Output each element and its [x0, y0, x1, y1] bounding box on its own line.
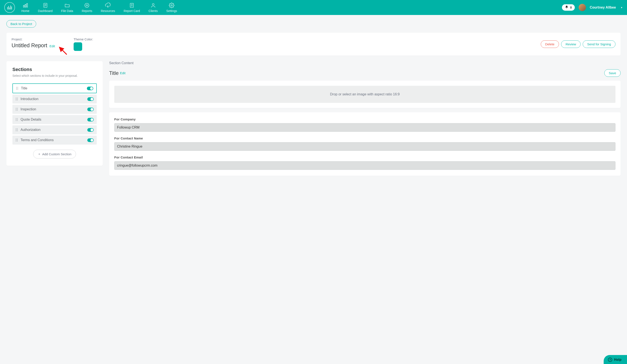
section-toggle[interactable]: [87, 128, 94, 132]
user-name[interactable]: Courtney Allbee: [590, 5, 616, 9]
svg-point-27: [18, 89, 18, 90]
svg-point-43: [17, 119, 18, 120]
svg-point-30: [16, 99, 16, 99]
section-row-label: Introduction: [21, 97, 87, 101]
section-content-column: Section Content Title Edit Save Drop or …: [109, 61, 621, 180]
theme-color-swatch[interactable]: [74, 42, 82, 51]
contact-email-input[interactable]: [114, 161, 616, 170]
edit-section-title-link[interactable]: Edit: [120, 71, 125, 75]
svg-point-55: [17, 140, 18, 140]
svg-point-54: [16, 140, 16, 140]
send-for-signing-button[interactable]: Send for Signing: [583, 41, 616, 48]
gear-icon: [169, 2, 175, 8]
svg-point-36: [16, 109, 16, 110]
svg-point-13: [86, 5, 88, 6]
add-custom-section-button[interactable]: ＋ Add Custom Section: [33, 150, 76, 158]
project-title: Untitled Report: [11, 42, 47, 48]
drag-handle-icon[interactable]: [16, 87, 18, 90]
svg-point-42: [16, 119, 16, 120]
section-row-terms-and-conditions[interactable]: Terms and Conditions: [12, 136, 97, 144]
avatar[interactable]: [579, 4, 586, 11]
nav-clients[interactable]: Clients: [149, 2, 158, 13]
section-row-inspection[interactable]: Inspection: [12, 105, 97, 114]
sections-subheading: Select which sections to include in your…: [12, 74, 97, 77]
svg-point-24: [16, 88, 17, 89]
section-toggle[interactable]: [87, 118, 94, 122]
drag-handle-icon[interactable]: [15, 138, 18, 142]
section-toggle[interactable]: [87, 97, 94, 101]
drag-handle-icon[interactable]: [15, 97, 18, 101]
section-toggle[interactable]: [87, 87, 93, 90]
svg-point-53: [17, 139, 18, 139]
svg-point-28: [16, 98, 16, 98]
image-dropzone-card: Drop or select an image with aspect rati…: [109, 81, 621, 108]
logo-icon[interactable]: [4, 2, 15, 13]
section-content-label: Section Content: [109, 61, 621, 65]
folder-icon: [64, 2, 70, 8]
chevron-down-icon[interactable]: ▼: [621, 6, 623, 9]
section-toggle[interactable]: [87, 108, 94, 111]
nav-right: 0 Courtney Allbee ▼: [562, 4, 623, 11]
bell-icon: [565, 5, 568, 10]
svg-point-47: [17, 129, 18, 129]
svg-point-23: [18, 87, 18, 88]
section-row-label: Authorization: [21, 128, 87, 132]
nav-reports[interactable]: Reports: [82, 2, 92, 13]
review-button[interactable]: Review: [561, 41, 580, 48]
drag-handle-icon[interactable]: [15, 128, 18, 132]
section-row-introduction[interactable]: Introduction: [12, 94, 97, 103]
nav-label: Home: [21, 9, 29, 13]
svg-point-32: [16, 100, 16, 100]
contact-name-label: For Contact Name: [114, 136, 616, 140]
svg-point-46: [16, 129, 16, 129]
nav-label: Clients: [149, 9, 158, 13]
svg-rect-6: [25, 4, 26, 7]
section-title: Title: [109, 70, 118, 76]
svg-point-56: [16, 141, 16, 141]
nav-dashboard[interactable]: Dashboard: [38, 2, 53, 13]
clipboard-icon: [42, 2, 48, 8]
image-dropzone[interactable]: Drop or select an image with aspect rati…: [114, 86, 616, 103]
section-row-title[interactable]: Title: [12, 83, 97, 93]
section-toggle[interactable]: [87, 138, 94, 142]
nav-resources[interactable]: Resources: [101, 2, 115, 13]
svg-point-12: [85, 3, 89, 7]
svg-point-38: [16, 110, 16, 111]
back-to-project-button[interactable]: Back to Project: [6, 20, 36, 28]
nav-label: Reports: [82, 9, 92, 13]
svg-point-22: [16, 87, 17, 88]
svg-point-44: [16, 120, 16, 121]
contact-name-input[interactable]: [114, 142, 616, 151]
nav-settings[interactable]: Settings: [166, 2, 177, 13]
report-icon: [129, 2, 135, 8]
edit-project-title-link[interactable]: Edit: [50, 44, 55, 48]
notifications-button[interactable]: 0: [562, 4, 575, 11]
drag-handle-icon[interactable]: [15, 118, 18, 121]
section-row-quote-details[interactable]: Quote Details: [12, 115, 97, 124]
section-row-authorization[interactable]: Authorization: [12, 125, 97, 134]
nav-report-card[interactable]: Report Card: [124, 2, 140, 13]
sections-heading: Sections: [12, 67, 97, 72]
svg-point-49: [17, 130, 18, 130]
svg-point-19: [152, 3, 154, 5]
disc-icon: [84, 2, 90, 8]
section-row-label: Inspection: [21, 107, 87, 111]
save-button[interactable]: Save: [604, 69, 621, 77]
nav-file-data[interactable]: File Data: [61, 2, 73, 13]
nav-home[interactable]: Home: [21, 2, 29, 13]
user-icon: [150, 2, 156, 8]
svg-point-26: [16, 89, 17, 90]
project-header-card: Project: Untitled Report Edit Theme Colo…: [6, 33, 621, 56]
nav-label: Dashboard: [38, 9, 53, 13]
section-row-label: Title: [21, 87, 87, 90]
svg-point-52: [16, 139, 16, 139]
drag-handle-icon[interactable]: [15, 108, 18, 111]
nav-label: Settings: [166, 9, 177, 13]
svg-point-40: [16, 118, 16, 119]
svg-point-45: [17, 120, 18, 121]
company-input[interactable]: [114, 123, 616, 132]
contact-email-label: For Contact Email: [114, 155, 616, 159]
section-row-label: Terms and Conditions: [21, 138, 87, 142]
delete-button[interactable]: Delete: [541, 41, 559, 48]
svg-point-51: [17, 131, 18, 131]
